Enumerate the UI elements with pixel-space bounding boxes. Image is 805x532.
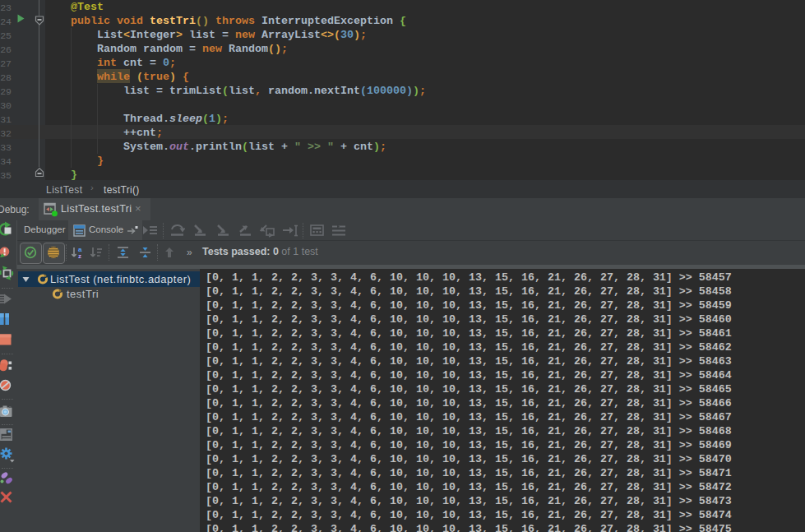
svg-text:z: z bbox=[78, 252, 81, 259]
